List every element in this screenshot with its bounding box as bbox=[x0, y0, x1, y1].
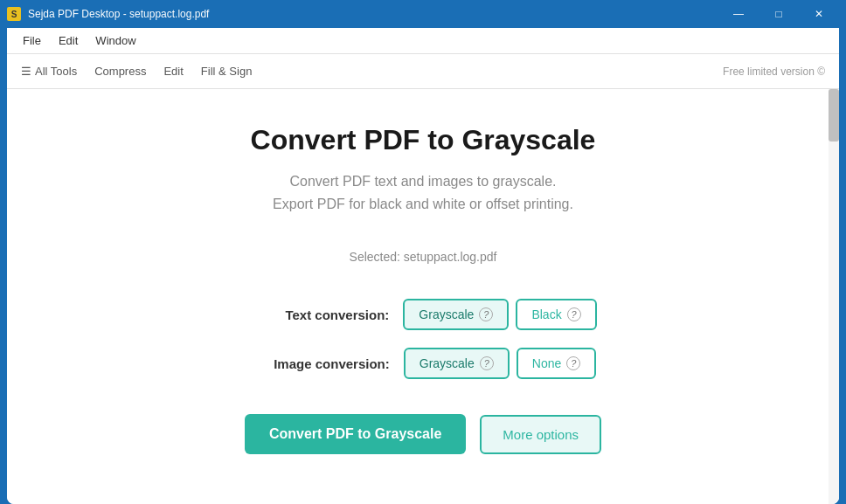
app-window: File Edit Window ☰ All Tools Compress Ed… bbox=[7, 28, 839, 504]
text-grayscale-label: Grayscale bbox=[419, 307, 474, 321]
app-icon: S bbox=[7, 7, 21, 21]
text-black-label: Black bbox=[531, 307, 561, 321]
minimize-button[interactable]: — bbox=[718, 0, 759, 28]
menu-file[interactable]: File bbox=[14, 31, 50, 51]
action-buttons: Convert PDF to Grayscale More options bbox=[245, 414, 601, 454]
image-none-option[interactable]: None ? bbox=[517, 348, 596, 379]
menu-bar: File Edit Window bbox=[7, 28, 839, 54]
form-section: Text conversion: Grayscale ? Black ? Ima… bbox=[24, 299, 822, 379]
scrollbar-thumb[interactable] bbox=[829, 89, 839, 142]
text-black-option[interactable]: Black ? bbox=[516, 299, 596, 330]
toolbar-compress[interactable]: Compress bbox=[94, 65, 146, 78]
menu-edit[interactable]: Edit bbox=[50, 31, 87, 51]
image-grayscale-help-icon[interactable]: ? bbox=[480, 356, 494, 370]
menu-window[interactable]: Window bbox=[87, 31, 144, 51]
maximize-button[interactable]: □ bbox=[759, 0, 799, 28]
hamburger-icon: ☰ bbox=[21, 65, 31, 78]
subtitle-line2: Export PDF for black and white or offset… bbox=[273, 197, 573, 211]
main-content: Convert PDF to Grayscale Convert PDF tex… bbox=[7, 89, 839, 504]
title-bar-controls: — □ ✕ bbox=[718, 0, 839, 28]
toolbar-left: ☰ All Tools Compress Edit Fill & Sign bbox=[21, 65, 252, 78]
toolbar-all-tools[interactable]: ☰ All Tools bbox=[21, 65, 77, 78]
text-grayscale-option[interactable]: Grayscale ? bbox=[403, 299, 509, 330]
image-none-label: None bbox=[532, 356, 561, 370]
scrollbar-track[interactable] bbox=[829, 89, 839, 504]
text-black-help-icon[interactable]: ? bbox=[567, 307, 581, 321]
selected-file: Selected: setuppact.log.pdf bbox=[350, 250, 497, 264]
toolbar-fill-sign[interactable]: Fill & Sign bbox=[201, 65, 253, 78]
window-title: Sejda PDF Desktop - setuppact.log.pdf bbox=[28, 8, 209, 20]
close-button[interactable]: ✕ bbox=[799, 0, 839, 28]
image-conversion-label: Image conversion: bbox=[250, 356, 390, 371]
image-conversion-row: Image conversion: Grayscale ? None ? bbox=[250, 348, 597, 379]
image-grayscale-option[interactable]: Grayscale ? bbox=[404, 348, 510, 379]
text-grayscale-help-icon[interactable]: ? bbox=[479, 307, 493, 321]
title-bar: S Sejda PDF Desktop - setuppact.log.pdf … bbox=[0, 0, 846, 28]
image-none-help-icon[interactable]: ? bbox=[566, 356, 580, 370]
promo-text: Free limited version © bbox=[723, 66, 825, 78]
all-tools-label: All Tools bbox=[35, 65, 77, 78]
page-title: Convert PDF to Grayscale bbox=[251, 124, 596, 156]
image-conversion-options: Grayscale ? None ? bbox=[404, 348, 597, 379]
more-options-button[interactable]: More options bbox=[480, 415, 601, 454]
title-bar-left: S Sejda PDF Desktop - setuppact.log.pdf bbox=[7, 7, 209, 21]
image-grayscale-label: Grayscale bbox=[420, 356, 475, 370]
page-subtitle: Convert PDF text and images to grayscale… bbox=[273, 170, 573, 215]
text-conversion-options: Grayscale ? Black ? bbox=[403, 299, 596, 330]
text-conversion-label: Text conversion: bbox=[249, 307, 389, 322]
toolbar-edit[interactable]: Edit bbox=[163, 65, 183, 78]
text-conversion-row: Text conversion: Grayscale ? Black ? bbox=[249, 299, 596, 330]
toolbar: ☰ All Tools Compress Edit Fill & Sign Fr… bbox=[7, 54, 839, 89]
subtitle-line1: Convert PDF text and images to grayscale… bbox=[289, 174, 556, 189]
convert-button[interactable]: Convert PDF to Grayscale bbox=[245, 414, 466, 454]
